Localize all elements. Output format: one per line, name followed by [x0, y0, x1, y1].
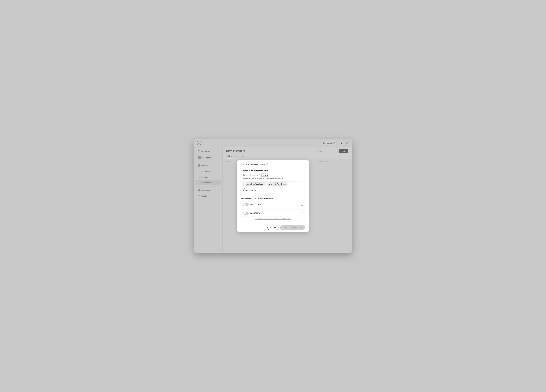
care-portal-label: CARE PORTAL — [250, 212, 261, 214]
modal-title: INVITE STAFF MEMBERS TO HUMA — [241, 163, 266, 165]
expire-dropdown[interactable]: 7 days ⌄ — [259, 173, 270, 177]
care-portal-toggle-right: i — [301, 212, 303, 214]
cancel-button[interactable]: Cancel — [267, 225, 279, 230]
expire-row: Invites will expire in 7 days ⌄ — [243, 173, 303, 177]
email-tags-input[interactable]: james.dean@email.com × sarah.white@email… — [243, 181, 303, 187]
notification-text: Staff members will be notified 24 hours … — [243, 178, 303, 180]
email-tag-2-remove[interactable]: × — [286, 183, 287, 185]
email-tag-2-text: sarah.white@email.com — [268, 183, 286, 185]
app-builder-row: APP BUILDER i — [241, 201, 305, 208]
app-builder-toggle-left: APP BUILDER — [243, 203, 261, 206]
expire-value: 7 days — [261, 174, 266, 176]
app-builder-toggle-right: i — [301, 204, 303, 206]
care-portal-toggle[interactable] — [243, 212, 248, 215]
app-builder-label: APP BUILDER — [250, 204, 261, 206]
modal-overlay: INVITE STAFF MEMBERS TO HUMA i INVITE ST… — [223, 147, 352, 253]
select-label: Select where do you want invite staff to… — [241, 197, 305, 199]
invite-modal: INVITE STAFF MEMBERS TO HUMA i INVITE ST… — [237, 160, 309, 232]
app-builder-toggle[interactable] — [243, 203, 248, 206]
content-area: Staff members Search Invite Staff — [223, 147, 352, 253]
send-invites-button[interactable]: Send staff member invites — [280, 225, 305, 230]
main-layout: Dashboard N My Organiza... ∨ — [194, 147, 352, 253]
email-tag-2: sarah.white@email.com × — [267, 182, 289, 186]
modal-footer: Cancel Send staff member invites — [237, 223, 309, 232]
care-portal-info-icon[interactable]: i — [301, 212, 303, 214]
learn-more-link[interactable]: Learn more about Huma permissions manage… — [241, 218, 305, 220]
care-portal-toggle-left: CARE PORTAL — [243, 212, 261, 215]
app-builder-info-icon[interactable]: i — [301, 204, 303, 206]
email-tag-1: james.dean@email.com × — [245, 182, 266, 186]
app-window: ⊕ Give feedback ⚑ ⠿ — [194, 139, 352, 253]
expire-chevron-icon: ⌄ — [267, 174, 268, 176]
expire-label: Invites will expire in — [243, 174, 258, 176]
modal-title-row: INVITE STAFF MEMBERS TO HUMA i — [241, 163, 305, 165]
care-portal-row: CARE PORTAL i — [241, 210, 305, 217]
invite-by-email-section: INVITE STAFF MEMBERS BY EMAIL Invites wi… — [241, 167, 305, 195]
modal-body: INVITE STAFF MEMBERS TO HUMA i INVITE ST… — [237, 160, 309, 223]
email-tag-1-text: james.dean@email.com — [246, 183, 263, 185]
invite-section-title: INVITE STAFF MEMBERS BY EMAIL — [243, 170, 303, 172]
email-tag-1-remove[interactable]: × — [264, 183, 265, 185]
modal-info-icon[interactable]: i — [266, 163, 268, 165]
import-csv-button[interactable]: Import CSV file — [243, 188, 258, 192]
